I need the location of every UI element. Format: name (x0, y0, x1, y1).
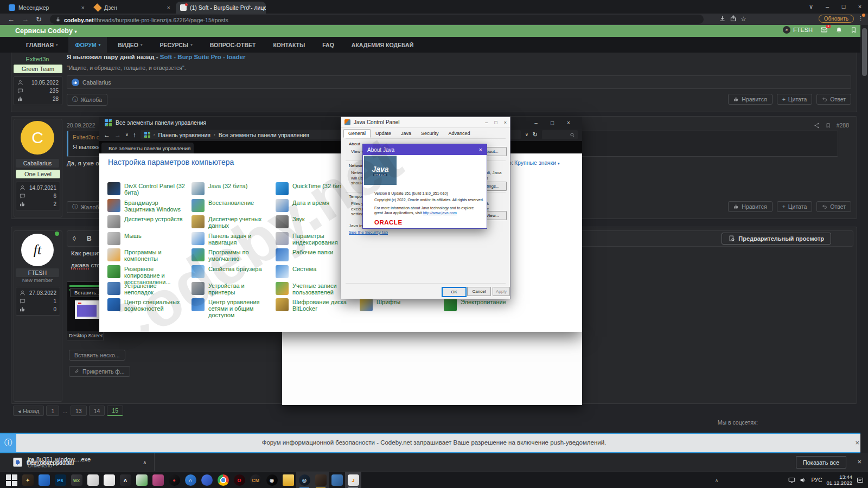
volume-icon[interactable] (800, 477, 807, 484)
extension-icon[interactable] (773, 15, 781, 23)
quote-button[interactable]: +Цитата (777, 201, 813, 212)
chevron-down-icon[interactable]: ∨ (125, 132, 129, 137)
nav-item[interactable]: ФОРУМ ▾ (68, 37, 107, 53)
report-button[interactable]: ⓘЖалоба (67, 94, 107, 106)
java-com-link[interactable]: http://www.java.com (423, 211, 457, 215)
social-icon[interactable] (761, 418, 770, 427)
bookmark-icon[interactable] (825, 123, 831, 129)
social-icon[interactable] (786, 418, 795, 427)
show-all-button[interactable]: Показать все (796, 456, 846, 468)
java-tab[interactable]: Update (371, 129, 396, 138)
taskbar-app[interactable] (312, 472, 329, 488)
post2-avatar[interactable]: C (21, 121, 54, 155)
taskbar-app[interactable]: Ps (52, 472, 68, 488)
search-input[interactable] (542, 130, 578, 139)
taskbar-app[interactable] (36, 472, 52, 488)
taskbar-app[interactable]: ● (166, 472, 182, 488)
forward-button[interactable]: → (22, 15, 29, 23)
taskbar-app[interactable]: wx (68, 472, 85, 488)
tab-close-icon[interactable]: × (81, 4, 85, 11)
bold-icon[interactable]: B (87, 235, 92, 242)
post1-author[interactable]: Exlted3n (14, 56, 61, 62)
view-dropdown[interactable]: Крупные значки ▾ (514, 159, 559, 166)
new-tab-button[interactable]: + (247, 2, 251, 11)
tray-icon[interactable] (766, 477, 773, 484)
cp-item[interactable]: Центр специальных возможностей (106, 298, 190, 314)
nav-item[interactable]: АКАДЕМИЯ КОДЕБАЙ ▾ (345, 37, 420, 53)
nav-item[interactable]: FAQ ▾ (316, 37, 341, 53)
bookmark-icon[interactable] (850, 27, 857, 34)
like-button[interactable]: Нравится (728, 201, 772, 212)
quote-button[interactable]: +Цитата (777, 94, 813, 105)
close-button[interactable]: × (852, 0, 868, 13)
maximize-button[interactable]: □ (544, 120, 560, 126)
post1-reactions[interactable]: Caballarius (67, 75, 851, 89)
taskbar-app[interactable] (85, 472, 101, 488)
attach-files-button[interactable]: Прикрепить ф... (69, 366, 130, 377)
social-icon[interactable] (811, 418, 820, 427)
cp-item[interactable]: Центр управления сетями и общим доступом (190, 298, 275, 314)
extension-icon[interactable] (807, 15, 815, 23)
cancel-button[interactable]: Cancel (467, 287, 491, 296)
reply-button[interactable]: Ответ (816, 94, 851, 105)
cp-item[interactable]: Диспетчер учетных данных (190, 215, 275, 232)
scrollbar-thumb[interactable] (862, 28, 867, 76)
close-downloads-icon[interactable]: × (857, 458, 861, 466)
background-window[interactable] (282, 332, 582, 405)
java-tab[interactable]: Advanced (444, 129, 475, 138)
tray-icon[interactable] (723, 477, 730, 484)
taskbar-app[interactable]: ◉ (264, 472, 280, 488)
taskbar-app[interactable] (133, 472, 150, 488)
network-icon[interactable] (788, 477, 795, 484)
close-button[interactable]: × (504, 120, 507, 125)
extension-icon[interactable] (762, 15, 769, 23)
cp-item[interactable]: Устройства и принтеры (190, 282, 275, 298)
back-button[interactable]: ← (104, 131, 110, 139)
taskbar-app[interactable] (150, 472, 166, 488)
close-icon[interactable]: × (855, 439, 859, 447)
minimize-button[interactable]: – (819, 0, 835, 13)
taskbar-app[interactable] (3, 472, 20, 488)
pagination-back[interactable]: ◂Назад (13, 406, 44, 416)
taskbar-app[interactable] (199, 472, 215, 488)
post3-author[interactable]: FTESH (16, 268, 59, 277)
about-java-titlebar[interactable]: About Java × (363, 144, 487, 155)
social-icon[interactable] (799, 418, 808, 427)
nav-item[interactable]: ВОПРОС-ОТВЕТ ▾ (203, 37, 263, 53)
like-button[interactable]: Нравится (728, 94, 772, 105)
post3-avatar[interactable]: ft (21, 234, 54, 266)
post-number[interactable]: #288 (837, 122, 849, 129)
taskbar-app[interactable]: CM (247, 472, 264, 488)
extension-icon[interactable] (796, 15, 803, 23)
browser-chevron-icon[interactable]: ∨ (803, 0, 819, 13)
java-tab[interactable]: General (343, 129, 371, 138)
breadcrumb-item[interactable]: Панель управления (158, 132, 210, 138)
cp-item[interactable]: Мышь (106, 232, 190, 248)
close-button[interactable]: × (479, 146, 482, 153)
preview-button[interactable]: Предварительный просмотр (722, 233, 831, 245)
update-button[interactable]: Обновить (819, 15, 854, 23)
scrollbar[interactable] (860, 25, 868, 453)
taskbar-app[interactable] (101, 472, 117, 488)
pagination-page[interactable]: 13 (71, 406, 87, 416)
ok-button[interactable]: OK (442, 287, 467, 297)
forward-button[interactable]: → (114, 131, 121, 139)
cp-item[interactable]: Диспетчер устройств (106, 215, 190, 232)
chevron-up-icon[interactable]: ∧ (143, 460, 146, 465)
nav-item[interactable]: КОНТАКТЫ ▾ (266, 37, 311, 53)
taskbar-app[interactable]: O (231, 472, 247, 488)
taskbar-app[interactable]: ∩ (182, 472, 199, 488)
cp-item[interactable]: Панель задач и навигация (190, 232, 275, 248)
cp-tab[interactable]: Все элементы панели управления × (101, 143, 194, 153)
address-bar[interactable]: codeby.net/threads/burpsuite-pro-licenzi… (50, 15, 704, 24)
post1-link[interactable]: Soft - Burp Suite Pro - loader (160, 54, 246, 60)
social-icon[interactable] (774, 418, 783, 427)
close-button[interactable]: × (560, 120, 577, 126)
cp-item[interactable]: Свойства браузера (190, 265, 275, 281)
share-icon[interactable] (730, 15, 737, 22)
tab-close-icon[interactable]: × (167, 4, 170, 11)
reply-button[interactable]: Ответ (816, 201, 851, 212)
back-button[interactable]: ← (8, 15, 15, 23)
download-item[interactable]: jre-8u351-window....exe Отменено ∧ (0, 453, 155, 471)
cp-item[interactable]: Устранение неполадок (106, 282, 190, 298)
